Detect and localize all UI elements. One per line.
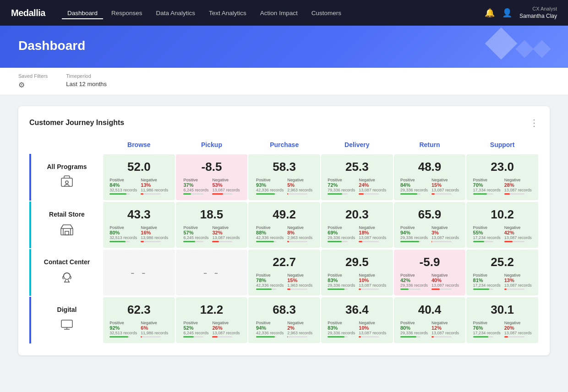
cell-value: 52.0 bbox=[127, 160, 151, 174]
pos-bar-wrap bbox=[473, 289, 493, 290]
pos-bar-wrap bbox=[328, 289, 348, 290]
neg-pct: 13% bbox=[141, 182, 151, 188]
pos-label: Positive bbox=[328, 321, 342, 325]
nav-link-data-analytics[interactable]: Data Analytics bbox=[151, 7, 201, 19]
neg-count: 13,087 records bbox=[359, 235, 386, 240]
cell-r1-c2: 49.2 Positive 88% 42,336 records Negativ… bbox=[248, 202, 320, 248]
pos-label: Positive bbox=[183, 225, 198, 230]
pos-pct: 57% bbox=[183, 230, 193, 235]
cell-stats: Positive 94% 29,336 records Negative 3% … bbox=[399, 225, 461, 242]
neg-bar bbox=[504, 336, 508, 338]
neg-count: 13,087 records bbox=[504, 188, 532, 192]
pos-bar bbox=[256, 241, 274, 242]
pos-label: Positive bbox=[109, 225, 124, 230]
cell-stats: Positive 57% 6,245 records Negative 32% … bbox=[180, 225, 243, 242]
cell-r3-c2: 68.3 Positive 94% 42,336 records Negativ… bbox=[248, 297, 320, 343]
neg-count: 2,963 records bbox=[287, 235, 312, 240]
cell-value: 25.2 bbox=[491, 255, 514, 269]
col-header-delivery: Delivery bbox=[321, 137, 393, 152]
notifications-icon[interactable]: 🔔 bbox=[485, 8, 495, 18]
positive-stat-group: Positive 88% 42,336 records bbox=[256, 225, 284, 242]
neg-label: Negative bbox=[431, 321, 448, 325]
svg-rect-2 bbox=[61, 229, 73, 235]
pos-bar-wrap bbox=[473, 336, 493, 338]
pos-pct: 92% bbox=[109, 325, 120, 331]
cell-value: 65.9 bbox=[418, 207, 442, 222]
neg-bar bbox=[359, 193, 364, 195]
negative-stat-group: Negative 18% 13,087 records bbox=[359, 225, 386, 242]
neg-bar bbox=[212, 336, 217, 338]
negative-stat-group: Negative 20% 13,087 records bbox=[504, 321, 532, 338]
pos-bar-wrap bbox=[328, 193, 348, 195]
saved-filters-value[interactable]: ⚙ bbox=[18, 81, 48, 89]
timeperiod-value[interactable]: Last 12 months bbox=[66, 81, 107, 87]
negative-stat-group: Negative 26% 13,087 records bbox=[212, 321, 240, 338]
neg-bar-wrap bbox=[504, 336, 524, 338]
pos-bar bbox=[400, 336, 416, 338]
cell-stats: Positive 80% 29,336 records Negative 12%… bbox=[399, 321, 461, 338]
positive-stat-group: Positive 93% 42,336 records bbox=[256, 178, 284, 195]
neg-pct: 16% bbox=[141, 230, 151, 235]
cell-value: 18.5 bbox=[200, 207, 224, 222]
pos-pct: 42% bbox=[400, 278, 410, 283]
cell-dash: - - bbox=[203, 266, 220, 280]
pos-bar-wrap bbox=[256, 241, 276, 242]
negative-stat-group: Negative 28% 13,087 records bbox=[504, 178, 532, 195]
card-menu-button[interactable]: ⋮ bbox=[530, 117, 539, 128]
neg-pct: 53% bbox=[212, 182, 222, 188]
timeperiod-group: Timeperiod Last 12 months bbox=[66, 73, 107, 89]
pos-pct: 69% bbox=[328, 230, 338, 235]
positive-stat-group: Positive 94% 42,336 records bbox=[256, 321, 284, 338]
nav-link-dashboard[interactable]: Dashboard bbox=[62, 7, 103, 19]
nav-link-customers[interactable]: Customers bbox=[306, 7, 347, 19]
positive-stat-group: Positive 52% 6,245 records bbox=[183, 321, 208, 338]
cell-r1-c3: 20.3 Positive 69% 29,336 records Negativ… bbox=[321, 202, 393, 248]
pos-label: Positive bbox=[473, 225, 488, 230]
row-label-icon bbox=[60, 317, 74, 335]
pos-label: Positive bbox=[256, 273, 271, 278]
negative-stat-group: Negative 53% 13,087 records bbox=[212, 178, 240, 195]
nav-link-text-analytics[interactable]: Text Analytics bbox=[203, 7, 252, 19]
cell-stats: Positive 42% 29,336 records Negative 40%… bbox=[399, 273, 461, 290]
pos-bar bbox=[256, 289, 272, 290]
neg-count: 13,087 records bbox=[431, 188, 459, 192]
pos-label: Positive bbox=[256, 178, 271, 182]
col-header-browse: Browse bbox=[103, 137, 175, 152]
nav-link-action-impact[interactable]: Action Impact bbox=[255, 7, 303, 19]
positive-stat-group: Positive 81% 17,234 records bbox=[473, 273, 501, 290]
neg-bar bbox=[431, 289, 440, 290]
cell-value: 58.3 bbox=[273, 160, 296, 174]
neg-count: 13,087 records bbox=[212, 235, 240, 240]
timeperiod-label: Timeperiod bbox=[66, 73, 107, 79]
pos-bar-wrap bbox=[400, 336, 421, 338]
neg-bar-wrap bbox=[431, 193, 452, 195]
timeperiod-text: Last 12 months bbox=[66, 81, 107, 87]
neg-count: 11,986 records bbox=[141, 188, 168, 192]
neg-bar bbox=[504, 289, 507, 290]
nav-link-responses[interactable]: Responses bbox=[106, 7, 148, 19]
pos-bar-wrap bbox=[109, 193, 130, 195]
user-info: CX Analyst Samantha Clay bbox=[519, 5, 557, 20]
insights-card: Customer Journey Insights ⋮ Browse Picku… bbox=[18, 106, 550, 355]
positive-stat-group: Positive 70% 17,334 records bbox=[473, 178, 501, 195]
user-icon[interactable]: 👤 bbox=[502, 8, 512, 18]
pos-pct: 88% bbox=[256, 230, 266, 235]
pos-bar-wrap bbox=[400, 193, 421, 195]
neg-bar bbox=[287, 193, 288, 195]
positive-stat-group: Positive 80% 32,513 records bbox=[109, 225, 137, 242]
cell-r2-c1: - - bbox=[176, 250, 248, 295]
neg-bar bbox=[359, 241, 362, 242]
pos-bar-wrap bbox=[256, 336, 276, 338]
saved-filters-group: Saved Filters ⚙ bbox=[18, 73, 48, 89]
positive-stat-group: Positive 57% 6,245 records bbox=[183, 225, 208, 242]
pos-count: 42,336 records bbox=[256, 235, 284, 240]
card-header: Customer Journey Insights ⋮ bbox=[29, 117, 539, 128]
insights-table: Browse Pickup Purchase Delivery Return S… bbox=[29, 137, 539, 343]
neg-bar bbox=[359, 289, 360, 290]
table-row: All Programs52.0 Positive 84% 32,513 rec… bbox=[29, 154, 539, 201]
positive-stat-group: Positive 94% 29,336 records bbox=[400, 225, 428, 242]
table-row: Digital62.3 Positive 92% 32,513 records … bbox=[29, 297, 539, 343]
cell-value: 29.5 bbox=[345, 255, 369, 269]
pos-label: Positive bbox=[109, 321, 124, 325]
pos-pct: 55% bbox=[473, 230, 483, 235]
